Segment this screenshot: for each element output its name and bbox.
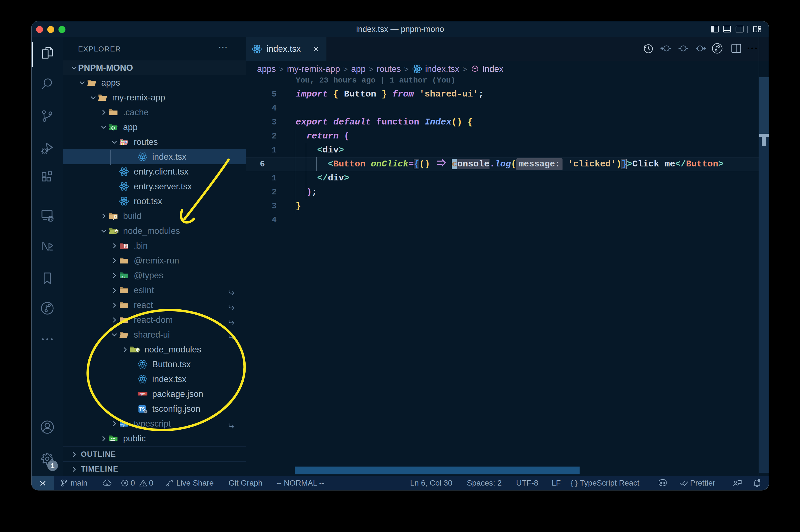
svg-text:TS: TS [120,423,125,428]
svg-text:JS: JS [136,349,139,352]
svg-text:TS: TS [120,275,125,279]
svg-text:TS: TS [139,407,145,412]
svg-text:10: 10 [125,246,127,248]
svg-text:npm: npm [139,392,146,396]
svg-text:JS: JS [115,230,118,233]
